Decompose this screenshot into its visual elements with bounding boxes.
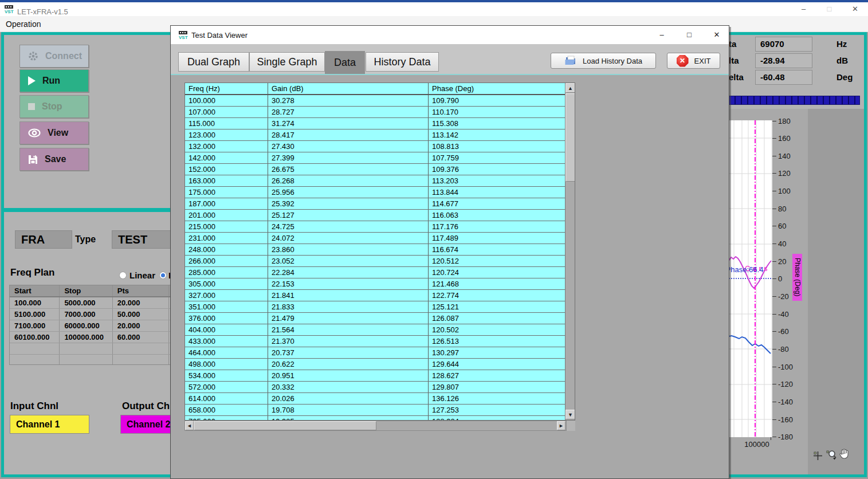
freq-plan-row[interactable]: 5100.000 7000.000 50.000 — [10, 309, 174, 320]
table-row[interactable]: 107.000 28.727 110.170 — [185, 107, 565, 118]
menu-operation[interactable]: Operation — [6, 19, 41, 29]
tick-dash — [772, 261, 776, 262]
dialog-close-icon[interactable]: ✕ — [709, 29, 725, 41]
phase-chart[interactable] — [729, 120, 772, 437]
vscroll-thumb[interactable] — [565, 93, 575, 182]
table-row[interactable]: 376.000 21.479 126.087 — [185, 313, 565, 324]
freq-plan-row[interactable] — [10, 343, 174, 355]
table-row[interactable]: 248.000 23.860 116.674 — [185, 244, 565, 256]
table-row[interactable]: 187.000 25.392 114.677 — [185, 198, 565, 210]
table-row[interactable]: 115.000 31.274 115.308 — [185, 118, 565, 129]
table-row[interactable]: 142.000 27.399 107.759 — [185, 152, 565, 164]
fra-field[interactable]: FRA — [15, 230, 72, 249]
app-logo-icon: VST — [5, 5, 14, 14]
linear-radio-label[interactable]: Linear — [129, 270, 155, 280]
y-tick: -80 — [772, 345, 806, 354]
table-row[interactable]: 231.000 24.072 117.489 — [185, 233, 565, 244]
stop-button[interactable]: Stop — [19, 95, 89, 118]
scroll-right-icon[interactable]: ► — [557, 421, 565, 430]
table-row[interactable]: 404.000 21.564 120.502 — [185, 324, 565, 336]
freq-plan-table[interactable]: Start Stop Pts 100.000 5000.000 20.000 5… — [9, 285, 174, 365]
table-row[interactable]: 351.000 21.833 125.121 — [185, 301, 565, 313]
tick-dash — [772, 156, 776, 156]
table-row[interactable]: 305.000 22.153 121.468 — [185, 278, 565, 290]
save-button[interactable]: Save — [19, 148, 89, 171]
pan-tool-button[interactable] — [838, 447, 851, 460]
freq-plan-row[interactable]: 7100.000 60000.000 20.000 — [10, 320, 174, 332]
table-row[interactable]: 215.000 24.725 117.176 — [185, 221, 565, 233]
table-row[interactable]: 614.000 20.026 136.126 — [185, 393, 565, 405]
phase-delta-value[interactable]: -60.48 — [755, 70, 812, 85]
freq-plan-row[interactable] — [10, 355, 174, 365]
floppy-icon — [28, 155, 38, 164]
linear-radio[interactable] — [119, 272, 127, 279]
freq-plan-row[interactable]: 60100.000 100000.000 60.000 — [10, 332, 174, 343]
dialog-maximize-icon[interactable]: □ — [681, 29, 697, 41]
table-row[interactable]: 433.000 21.370 126.513 — [185, 336, 565, 347]
input-channel-select[interactable]: Channel 1 — [10, 415, 89, 434]
col-header-phase: Phase (Deg) — [429, 83, 565, 94]
gear-icon — [28, 51, 38, 61]
screen: { "app": { "title": "LET-xFRA-v1.5", "me… — [0, 0, 868, 479]
scroll-down-icon[interactable]: ▼ — [565, 410, 575, 419]
tick-dash — [772, 437, 776, 437]
exit-button[interactable]: ✕ EXIT — [667, 53, 720, 69]
connect-button[interactable]: Connect — [19, 45, 89, 68]
tab-history-data[interactable]: History Data — [366, 52, 439, 72]
table-row[interactable]: 152.000 26.675 109.376 — [185, 164, 565, 175]
y-tick: -60 — [772, 327, 806, 336]
tick-dash — [772, 173, 776, 174]
minimize-icon[interactable]: – — [791, 2, 816, 16]
table-row[interactable]: 201.000 25.127 116.063 — [185, 210, 565, 221]
table-row[interactable]: 266.000 23.052 120.512 — [185, 256, 565, 267]
close-icon[interactable]: ✕ — [842, 2, 868, 16]
hscroll-thumb[interactable] — [194, 421, 376, 430]
freq-plan-header-row: Start Stop Pts — [10, 285, 174, 297]
vertical-scrollbar[interactable]: ▲ ▼ — [565, 83, 575, 420]
tab-data[interactable]: Data — [325, 51, 365, 74]
table-row[interactable]: 572.000 20.332 129.807 — [185, 382, 565, 393]
tick-dash — [772, 402, 776, 402]
table-row[interactable]: 132.000 27.430 108.813 — [185, 141, 565, 152]
run-button[interactable]: Run — [19, 69, 89, 92]
exit-label: EXIT — [694, 57, 711, 65]
table-row[interactable]: 175.000 25.956 113.844 — [185, 187, 565, 198]
gain-delta-label: lta — [729, 56, 739, 66]
scroll-left-icon[interactable]: ◄ — [185, 421, 194, 430]
dialog-titlebar[interactable]: VST Test Data Viewer – □ ✕ — [171, 26, 729, 44]
measurement-table[interactable]: Freq (Hz) Gain (dB) Phase (Deg) 100.000 … — [184, 83, 575, 421]
table-header-row: Freq (Hz) Gain (dB) Phase (Deg) — [185, 83, 565, 95]
phase-delta-unit: Deg — [836, 72, 853, 82]
freq-plan-label: Freq Plan — [10, 267, 54, 278]
table-row[interactable]: 100.000 30.278 109.790 — [185, 95, 565, 107]
load-history-data-button[interactable]: Load History Data — [551, 53, 656, 69]
load-history-data-label: Load History Data — [583, 57, 642, 65]
table-row[interactable]: 163.000 26.268 113.203 — [185, 175, 565, 187]
tab-single-graph[interactable]: Single Graph — [249, 52, 325, 72]
tab-dual-graph[interactable]: Dual Graph — [178, 52, 249, 72]
view-button[interactable]: View — [19, 121, 89, 144]
table-row[interactable]: 498.000 20.622 129.644 — [185, 359, 565, 370]
table-row[interactable]: 464.000 20.737 130.297 — [185, 347, 565, 359]
y-tick: -40 — [772, 309, 806, 319]
table-row[interactable]: 285.000 22.284 120.724 — [185, 267, 565, 278]
phase-axis-label[interactable]: Phase (Deg) — [792, 254, 802, 301]
table-row[interactable]: 534.000 20.951 128.627 — [185, 370, 565, 382]
gain-delta-value[interactable]: -28.94 — [755, 53, 812, 68]
dialog-minimize-icon[interactable]: – — [654, 29, 670, 41]
table-row[interactable]: 705.000 19.935 128.934 — [185, 416, 565, 420]
log-radio[interactable] — [159, 272, 167, 279]
cursor-tool-button[interactable] — [811, 449, 824, 462]
y-tick: 140 — [772, 151, 806, 160]
freq-plan-row[interactable]: 100.000 5000.000 20.000 — [10, 297, 174, 309]
freq-delta-value[interactable]: 69070 — [755, 37, 812, 52]
freq-plan-header: Stop — [60, 285, 112, 296]
zoom-tool-button[interactable] — [825, 448, 838, 461]
table-row[interactable]: 658.000 19.708 127.253 — [185, 405, 565, 416]
table-row[interactable]: 123.000 28.417 113.142 — [185, 129, 565, 141]
horizontal-scrollbar[interactable]: ◄ ► — [184, 421, 567, 431]
table-row[interactable]: 327.000 21.841 122.774 — [185, 290, 565, 301]
test-field[interactable]: TEST — [112, 230, 176, 249]
table-body: Freq (Hz) Gain (dB) Phase (Deg) 100.000 … — [185, 83, 565, 420]
scroll-up-icon[interactable]: ▲ — [565, 83, 575, 93]
